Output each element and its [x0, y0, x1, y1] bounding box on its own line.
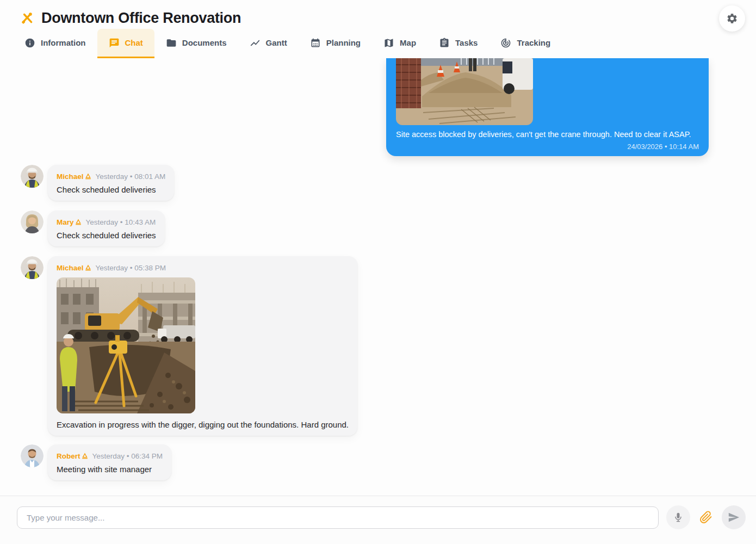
message-text: Check scheduled deliveries: [57, 231, 156, 240]
gear-icon: [726, 13, 738, 24]
send-button[interactable]: [722, 505, 746, 529]
message-input[interactable]: [17, 506, 659, 529]
tab-tasks[interactable]: Tasks: [427, 29, 489, 58]
message-meta: Michael Yesterday • 05:38 PM: [57, 263, 349, 273]
tab-tracking[interactable]: Tracking: [489, 29, 562, 58]
message-row: Michael Yesterday • 08:01 AM Check sched…: [21, 165, 756, 201]
chat-message-list: Site access blocked by deliveries, can't…: [0, 58, 756, 501]
calendar-icon: [310, 38, 321, 48]
message-text: Meeting with site manager: [57, 465, 163, 474]
info-icon: [24, 38, 35, 48]
folder-icon: [166, 38, 177, 48]
tab-label: Documents: [182, 38, 227, 47]
message-time: Yesterday • 06:34 PM: [92, 452, 163, 460]
page-title: Downtown Office Renovation: [41, 10, 241, 27]
message-bubble: Mary Yesterday • 10:43 AM Check schedule…: [48, 211, 165, 246]
message-bubble: Michael Yesterday • 08:01 AM Check sched…: [48, 165, 174, 201]
message-text: Check scheduled deliveries: [57, 185, 165, 194]
line-chart-icon: [250, 38, 261, 48]
header: Downtown Office Renovation: [0, 0, 756, 29]
construction-role-icon: [75, 219, 82, 225]
message-bubble: Robert Yesterday • 06:34 PM Meeting with…: [48, 444, 171, 480]
message-row: Mary Yesterday • 10:43 AM Check schedule…: [21, 211, 756, 246]
own-message-text: Site access blocked by deliveries, can't…: [396, 130, 699, 139]
author-name: Michael: [57, 264, 91, 272]
construction-role-icon: [85, 264, 91, 271]
tab-information[interactable]: Information: [13, 29, 97, 58]
target-icon: [500, 38, 511, 48]
tab-label: Information: [41, 38, 86, 47]
tab-label: Chat: [125, 38, 143, 47]
tab-documents[interactable]: Documents: [154, 29, 238, 58]
excavation-photo[interactable]: [57, 277, 195, 413]
message-time: Yesterday • 05:38 PM: [96, 264, 166, 272]
message-row: Robert Yesterday • 06:34 PM Meeting with…: [21, 444, 756, 480]
tab-label: Map: [400, 38, 416, 47]
map-icon: [383, 38, 394, 48]
avatar-mary[interactable]: [21, 211, 44, 233]
author-name: Robert: [57, 452, 88, 460]
mic-icon: [673, 512, 684, 523]
message-time: Yesterday • 10:43 AM: [86, 218, 156, 226]
tools-icon: [20, 11, 34, 25]
construction-role-icon: [82, 453, 88, 459]
construction-site-entrance-photo[interactable]: [396, 58, 533, 125]
message-meta: Robert Yesterday • 06:34 PM: [57, 451, 163, 461]
tab-bar: Information Chat Documents Gantt Plannin…: [0, 29, 756, 58]
own-message-bubble: Site access blocked by deliveries, can't…: [386, 58, 709, 156]
tab-gantt[interactable]: Gantt: [238, 29, 299, 58]
message-time: Yesterday • 08:01 AM: [96, 172, 166, 181]
tab-label: Gantt: [266, 38, 287, 47]
message-text: Excavation in progress with the digger, …: [57, 420, 349, 429]
tab-planning[interactable]: Planning: [299, 29, 372, 58]
own-message-timestamp: 24/03/2026 • 10:14 AM: [396, 143, 699, 151]
chat-bubble-icon: [109, 38, 120, 48]
tab-label: Tasks: [455, 38, 478, 47]
author-name: Michael: [57, 172, 91, 181]
attach-button[interactable]: [698, 505, 714, 529]
paperclip-icon: [699, 511, 712, 524]
avatar-robert[interactable]: [21, 444, 44, 467]
message-meta: Michael Yesterday • 08:01 AM: [57, 171, 165, 181]
tab-chat[interactable]: Chat: [97, 29, 154, 58]
mic-button[interactable]: [666, 505, 690, 529]
tab-map[interactable]: Map: [372, 29, 427, 58]
tab-label: Tracking: [517, 38, 550, 47]
message-bubble: Michael Yesterday • 05:38 PM: [48, 256, 357, 436]
settings-button[interactable]: [719, 5, 745, 32]
clipboard-icon: [439, 38, 450, 48]
message-meta: Mary Yesterday • 10:43 AM: [57, 217, 156, 227]
construction-role-icon: [85, 173, 91, 180]
tab-label: Planning: [326, 38, 361, 47]
avatar-michael[interactable]: [21, 165, 44, 188]
avatar-michael[interactable]: [21, 256, 44, 279]
send-icon: [728, 511, 740, 523]
message-row: Michael Yesterday • 05:38 PM: [21, 256, 756, 436]
message-composer: [0, 496, 756, 544]
author-name: Mary: [57, 218, 82, 226]
